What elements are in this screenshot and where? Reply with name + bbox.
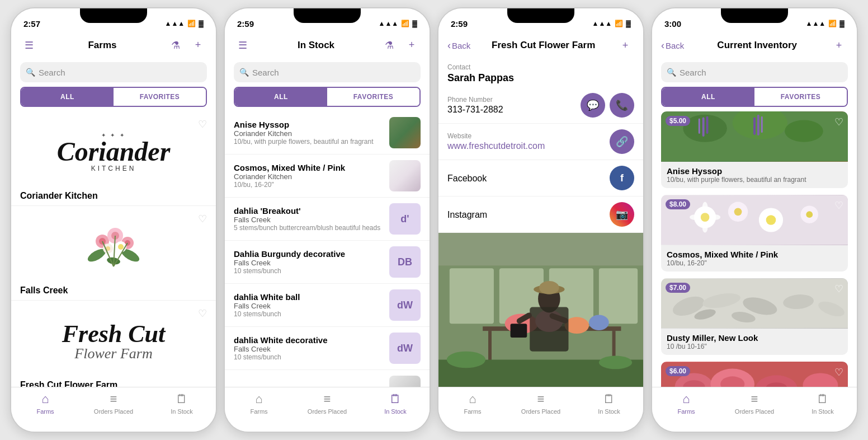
call-button[interactable]: 📞 (610, 93, 634, 118)
status-icons-2: ▲▲▲ 📶 ▓ (379, 20, 417, 27)
tab-orders-1[interactable]: ≡ Orders Placed (79, 392, 148, 415)
tab-orders-2[interactable]: ≡ Orders Placed (293, 392, 361, 415)
segment-all-1[interactable]: ALL (21, 88, 114, 106)
farm-item-falls[interactable]: ♡ (11, 206, 216, 301)
facebook-info: Facebook (447, 172, 605, 184)
status-icons-3: ▲▲▲ 📶 ▓ (592, 20, 631, 27)
inventory-desc-1: 10/bu, 16-20" (667, 259, 842, 267)
tab-instock-1[interactable]: 🗒 In Stock (148, 392, 216, 415)
heart-2[interactable]: ♡ (834, 283, 843, 295)
tab-instock-2[interactable]: 🗒 In Stock (361, 392, 430, 415)
segment-favorites-4[interactable]: FAVORITES (754, 88, 847, 106)
inventory-card-2[interactable]: $7.00 ♡ Du (661, 278, 848, 355)
tab-instock-4[interactable]: 🗒 In Stock (789, 392, 857, 415)
segment-favorites-2[interactable]: FAVORITES (327, 88, 419, 106)
stock-item-3[interactable]: Dahlia Burgundy decorative Falls Creek 1… (225, 241, 430, 284)
menu-icon[interactable]: ☰ (20, 39, 38, 52)
tab-farms-2[interactable]: ⌂ Farms (225, 392, 293, 415)
segment-all-2[interactable]: ALL (235, 88, 327, 106)
search-bar-4[interactable]: 🔍 Search (661, 62, 848, 82)
svg-rect-35 (511, 324, 527, 338)
phone-instock: 2:59 ▲▲▲ 📶 ▓ ☰ In Stock ⚗ + 🔍 Search ALL… (224, 7, 431, 433)
orders-icon-1: ≡ (110, 392, 117, 406)
back-arrow-3: ‹ (447, 40, 451, 52)
heart-1[interactable]: ♡ (834, 199, 843, 212)
heart-3[interactable]: ♡ (834, 366, 843, 378)
back-label-3: Back (452, 41, 470, 50)
segment-favorites-1[interactable]: FAVORITES (114, 88, 206, 106)
instagram-row: Instagram 📷 (438, 196, 643, 233)
add-icon-4[interactable]: + (830, 40, 848, 52)
price-0: $5.00 (666, 116, 690, 126)
svg-rect-47 (761, 116, 763, 133)
facebook-button[interactable]: f (610, 166, 634, 190)
search-bar-2[interactable]: 🔍 Search (234, 62, 421, 82)
signal-icon-4: ▲▲▲ (806, 20, 826, 27)
inventory-img-2: $7.00 ♡ (661, 278, 848, 329)
website-value[interactable]: www.freshcutdetroit.com (447, 141, 605, 151)
contact-name: Sarah Pappas (447, 72, 634, 84)
tab-orders-4[interactable]: ≡ Orders Placed (720, 392, 789, 415)
filter-icon-2[interactable]: ⚗ (380, 39, 398, 52)
add-icon-3[interactable]: + (616, 40, 634, 52)
tab-orders-label-4: Orders Placed (735, 408, 774, 415)
back-label-4: Back (666, 41, 684, 50)
heart-0[interactable]: ♡ (834, 116, 843, 128)
tab-farms-3[interactable]: ⌂ Farms (438, 392, 507, 415)
tab-instock-label-2: In Stock (384, 408, 407, 415)
website-button[interactable]: 🔗 (610, 129, 634, 154)
stock-name-1: Cosmos, Mixed White / Pink (234, 163, 384, 172)
segment-1: ALL FAVORITES (20, 87, 207, 107)
inventory-card-3[interactable]: $6.00 ♡ (661, 362, 848, 387)
add-icon[interactable]: + (189, 39, 207, 52)
stock-farm-1: Coriander Kitchen (234, 172, 384, 181)
segment-all-4[interactable]: ALL (662, 88, 754, 106)
price-3: $6.00 (666, 366, 690, 376)
search-placeholder-4: Search (680, 68, 706, 77)
search-placeholder-2: Search (252, 68, 279, 77)
farm-item-fresh[interactable]: ♡ Fresh Cut Flower Farm Fresh Cut Flower… (11, 301, 216, 387)
contact-label: Contact (447, 63, 634, 71)
stock-desc-4: 10 stems/bunch (234, 310, 384, 318)
stock-thumb-0 (389, 117, 421, 148)
search-icon-1: 🔍 (26, 68, 35, 77)
tab-farms-1[interactable]: ⌂ Farms (11, 392, 79, 415)
tab-orders-3[interactable]: ≡ Orders Placed (507, 392, 575, 415)
stock-thumb-5: dW (389, 333, 421, 364)
instock-icon-1: 🗒 (176, 392, 188, 406)
stock-item-4[interactable]: dahlia White ball Falls Creek 10 stems/b… (225, 284, 430, 327)
stock-item-0[interactable]: Anise Hyssop Coriander Kitchen 10/bu, wi… (225, 111, 430, 155)
farms-list: ♡ ✦ ✦ ✦ Coriander KITCHEN Coriander Kitc… (11, 111, 216, 387)
stock-item-6[interactable]: Dusty Miller, New Look (225, 370, 430, 387)
back-button-4[interactable]: ‹ Back (661, 40, 684, 52)
svg-point-51 (701, 213, 710, 222)
filter-icon[interactable]: ⚗ (167, 39, 185, 52)
stock-item-1[interactable]: Cosmos, Mixed White / Pink Coriander Kit… (225, 155, 430, 198)
inventory-card-0[interactable]: $5.00 ♡ (661, 111, 848, 188)
stock-thumb-2: d' (389, 203, 421, 235)
svg-point-59 (702, 222, 708, 233)
tab-instock-3[interactable]: 🗒 In Stock (575, 392, 643, 415)
stock-desc-0: 10/bu, with purple flowers, beautiful an… (234, 138, 384, 146)
nav-title-3: Fresh Cut Flower Farm (470, 40, 616, 51)
farm-item-coriander[interactable]: ♡ ✦ ✦ ✦ Coriander KITCHEN Coriander Kitc… (11, 111, 216, 206)
svg-point-53 (734, 208, 742, 216)
stock-item-5[interactable]: dahlia White decorative Falls Creek 10 s… (225, 327, 430, 370)
tab-orders-label-3: Orders Placed (521, 408, 560, 415)
stock-info-2: dahlia 'Breakout' Falls Creek 5 stems/bu… (234, 206, 384, 232)
tab-farms-4[interactable]: ⌂ Farms (652, 392, 720, 415)
back-button-3[interactable]: ‹ Back (447, 40, 470, 52)
battery-icon-2: ▓ (412, 20, 417, 27)
message-button[interactable]: 💬 (581, 93, 605, 118)
stock-item-2[interactable]: dahlia 'Breakout' Falls Creek 5 stems/bu… (225, 198, 430, 241)
search-bar-1[interactable]: 🔍 Search (20, 62, 207, 82)
signal-icon-3: ▲▲▲ (592, 20, 612, 27)
svg-rect-48 (753, 118, 756, 135)
menu-icon-2[interactable]: ☰ (234, 39, 252, 52)
stock-farm-2: Falls Creek (234, 216, 384, 224)
inventory-card-1[interactable]: $8.00 ♡ (661, 195, 848, 272)
back-arrow-4: ‹ (661, 40, 664, 52)
website-info: Website www.freshcutdetroit.com (447, 132, 605, 151)
instagram-button[interactable]: 📷 (610, 202, 634, 227)
add-icon-2[interactable]: + (403, 39, 421, 52)
